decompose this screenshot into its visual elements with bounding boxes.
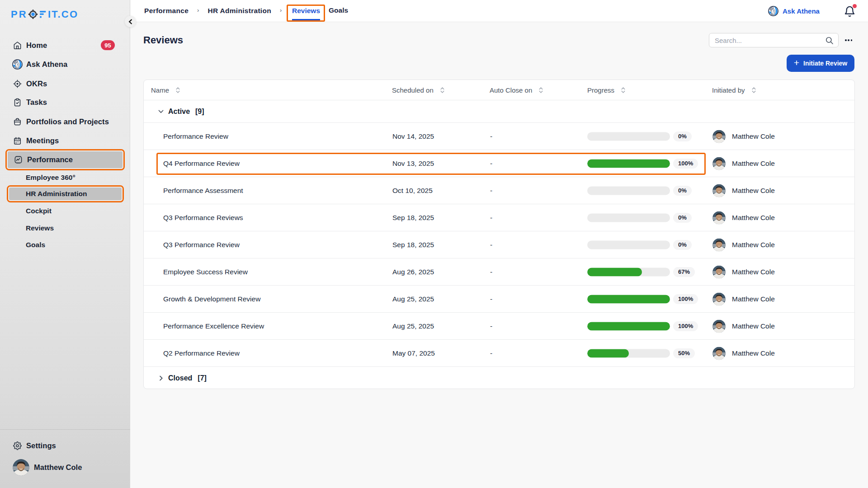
svg-text:PR: PR bbox=[11, 9, 28, 20]
svg-text:IT.CO: IT.CO bbox=[48, 9, 78, 20]
